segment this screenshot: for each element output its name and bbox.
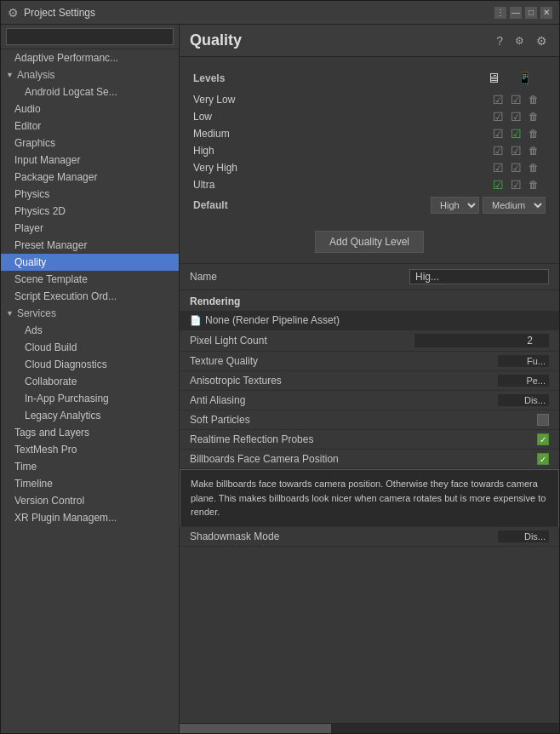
level-row-very-high: Very High ☑ ☑ 🗑: [193, 159, 546, 176]
default-select-monitor[interactable]: High: [431, 197, 479, 214]
level-checks-ultra: ☑ ☑ 🗑: [493, 178, 539, 192]
sidebar-item-quality[interactable]: Quality: [1, 254, 179, 271]
level-android-cb-very-high[interactable]: ☑: [511, 161, 522, 175]
bottom-scroll-thumb[interactable]: [180, 724, 331, 733]
sidebar-item-time[interactable]: Time: [1, 458, 179, 475]
sidebar-item-in-app-purchasing[interactable]: In-App Purchasing: [1, 390, 179, 407]
shadowmask-value[interactable]: Dis...: [498, 530, 549, 542]
level-monitor-cb-ultra[interactable]: ☑: [493, 178, 504, 192]
level-android-cb-low[interactable]: ☑: [511, 110, 522, 123]
billboards-checkbox[interactable]: ✓: [537, 453, 549, 465]
checkmark-icon-billboards: ✓: [540, 455, 546, 464]
bottom-scrollbar[interactable]: [180, 723, 559, 733]
pixel-light-count-input[interactable]: [414, 334, 549, 347]
level-monitor-cb-low[interactable]: ☑: [493, 110, 504, 123]
level-row-very-low: Very Low ☑ ☑ 🗑: [193, 91, 546, 108]
level-row-high: High ☑ ☑ 🗑: [193, 142, 546, 159]
sidebar-item-version-control[interactable]: Version Control: [1, 492, 179, 509]
maximize-button[interactable]: □: [525, 7, 537, 19]
soft-particles-row: Soft Particles: [180, 410, 559, 430]
default-select-android[interactable]: Medium: [483, 197, 546, 214]
sidebar-item-input-manager[interactable]: Input Manager: [1, 152, 179, 169]
sidebar-item-tags-layers[interactable]: Tags and Layers: [1, 424, 179, 441]
anti-aliasing-label: Anti Aliasing: [190, 394, 245, 406]
sidebar-item-cloud-build[interactable]: Cloud Build: [1, 339, 179, 356]
help-button[interactable]: ?: [494, 32, 505, 49]
minimize-button[interactable]: —: [510, 7, 522, 19]
level-delete-very-low[interactable]: 🗑: [529, 94, 539, 106]
sidebar-item-analysis[interactable]: ▼ Analysis: [1, 66, 179, 83]
name-input[interactable]: [409, 269, 549, 284]
level-android-cb-ultra[interactable]: ☑: [511, 178, 522, 192]
level-delete-medium[interactable]: 🗑: [529, 128, 539, 140]
level-monitor-cb-very-high[interactable]: ☑: [493, 161, 504, 175]
level-name-low: Low: [193, 111, 493, 123]
sidebar-item-script-execution[interactable]: Script Execution Ord...: [1, 288, 179, 305]
sidebar-item-physics[interactable]: Physics: [1, 186, 179, 203]
level-android-cb-very-low[interactable]: ☑: [511, 93, 522, 106]
tooltip-box: Make billboards face towards camera posi…: [180, 469, 559, 527]
panel-body: Levels 🖥 📱 Very Low ☑ ☑ 🗑: [180, 57, 559, 723]
level-checks-medium: ☑ ☑ 🗑: [493, 127, 539, 140]
level-delete-low[interactable]: 🗑: [529, 111, 539, 123]
anisotropic-value[interactable]: Pe...: [498, 375, 549, 387]
sidebar-item-timeline[interactable]: Timeline: [1, 475, 179, 492]
sidebar-item-player[interactable]: Player: [1, 220, 179, 237]
level-checks-low: ☑ ☑ 🗑: [493, 110, 539, 123]
realtime-reflection-checkbox[interactable]: ✓: [537, 433, 549, 445]
filter-button[interactable]: ⚙: [513, 33, 526, 49]
soft-particles-checkbox[interactable]: [537, 414, 549, 426]
sidebar-item-collaborate[interactable]: Collaborate: [1, 373, 179, 390]
billboards-label: Billboards Face Camera Position: [190, 453, 339, 465]
levels-header: Levels: [193, 72, 487, 84]
level-monitor-cb-high[interactable]: ☑: [493, 144, 504, 158]
sidebar-item-graphics[interactable]: Graphics: [1, 135, 179, 152]
sidebar-item-package-manager[interactable]: Package Manager: [1, 169, 179, 186]
sidebar-item-xr-plugin[interactable]: XR Plugin Managem...: [1, 509, 179, 526]
sidebar-item-adaptive-performance[interactable]: Adaptive Performanc...: [1, 49, 179, 66]
level-delete-very-high[interactable]: 🗑: [529, 162, 539, 174]
anisotropic-label: Anisotropic Textures: [190, 375, 282, 387]
default-label: Default: [193, 199, 228, 211]
texture-quality-row: Texture Quality Fu...: [180, 352, 559, 371]
level-monitor-cb-very-low[interactable]: ☑: [493, 93, 504, 106]
sidebar-item-scene-template[interactable]: Scene Template: [1, 271, 179, 288]
add-quality-level-button[interactable]: Add Quality Level: [315, 231, 424, 253]
sidebar-item-android-logcat[interactable]: Android Logcat Se...: [1, 83, 179, 100]
menu-button[interactable]: ⋮: [494, 7, 506, 19]
services-label: Services: [17, 307, 56, 319]
sidebar-item-physics-2d[interactable]: Physics 2D: [1, 203, 179, 220]
sidebar-item-preset-manager[interactable]: Preset Manager: [1, 237, 179, 254]
sidebar-item-cloud-diagnostics[interactable]: Cloud Diagnostics: [1, 356, 179, 373]
settings-button[interactable]: ⚙: [534, 32, 549, 49]
level-name-very-high: Very High: [193, 162, 493, 174]
tooltip-text: Make billboards face towards camera posi…: [191, 479, 546, 517]
sidebar-item-textmesh-pro[interactable]: TextMesh Pro: [1, 441, 179, 458]
shadowmask-label: Shadowmask Mode: [190, 530, 279, 542]
analysis-label: Analysis: [17, 69, 55, 81]
levels-section: Levels 🖥 📱 Very Low ☑ ☑ 🗑: [180, 57, 559, 264]
level-android-cb-medium[interactable]: ☑: [511, 127, 522, 140]
sidebar-item-legacy-analytics[interactable]: Legacy Analytics: [1, 407, 179, 424]
texture-quality-value[interactable]: Fu...: [498, 355, 549, 367]
level-checks-very-low: ☑ ☑ 🗑: [493, 93, 539, 106]
level-android-cb-high[interactable]: ☑: [511, 144, 522, 158]
level-monitor-cb-medium[interactable]: ☑: [493, 127, 504, 140]
sidebar-item-audio[interactable]: Audio: [1, 100, 179, 118]
level-checks-high: ☑ ☑ 🗑: [493, 144, 539, 158]
monitor-icon: 🖥: [487, 71, 500, 86]
render-pipeline-asset[interactable]: None (Render Pipeline Asset): [205, 314, 340, 326]
rendering-header: Rendering: [180, 290, 559, 311]
title-bar-controls: ⋮ — □ ✕: [494, 7, 552, 19]
sidebar-item-ads[interactable]: Ads: [1, 322, 179, 339]
level-delete-high[interactable]: 🗑: [529, 145, 539, 157]
level-delete-ultra[interactable]: 🗑: [529, 179, 539, 191]
search-input[interactable]: [6, 28, 174, 45]
main-content: Adaptive Performanc... ▼ Analysis Androi…: [1, 25, 559, 733]
sidebar-item-editor[interactable]: Editor: [1, 118, 179, 135]
sidebar-item-services[interactable]: ▼ Services: [1, 305, 179, 322]
level-name-high: High: [193, 145, 493, 157]
anti-aliasing-value[interactable]: Dis...: [498, 394, 549, 406]
close-button[interactable]: ✕: [540, 7, 552, 19]
sidebar: Adaptive Performanc... ▼ Analysis Androi…: [1, 25, 180, 733]
